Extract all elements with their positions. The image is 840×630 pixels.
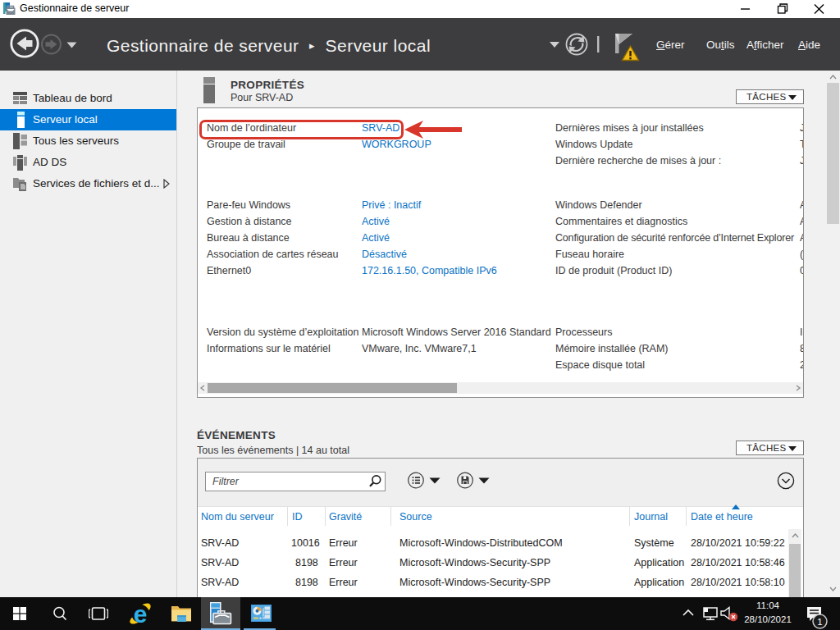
- svg-text:1: 1: [817, 617, 822, 627]
- svg-text:e: e: [134, 602, 148, 625]
